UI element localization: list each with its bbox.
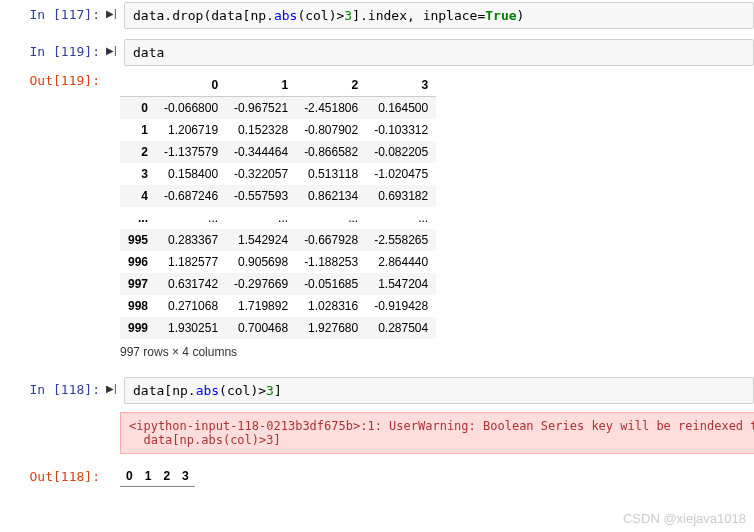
code-cell-118: In [118]: ▶| data[np.abs(col)>3] (0, 377, 754, 404)
table-row: 4-0.687246-0.5575930.8621340.693182 (120, 185, 436, 207)
code-text: data.drop(data[np.abs(col)>3].index, inp… (133, 8, 524, 23)
code-input-117[interactable]: data.drop(data[np.abs(col)>3].index, inp… (124, 2, 754, 29)
table-row: 0-0.066800-0.967521-2.4518060.164500 (120, 97, 436, 120)
cell-value: -0.687246 (156, 185, 226, 207)
cell-value: 1.719892 (226, 295, 296, 317)
cell-value: ... (366, 207, 436, 229)
cell-value: -0.919428 (366, 295, 436, 317)
cell-value: 0.631742 (156, 273, 226, 295)
table-row: 9991.9302510.7004681.9276800.287504 (120, 317, 436, 339)
cell-value: 0.862134 (296, 185, 366, 207)
cell-value: 1.206719 (156, 119, 226, 141)
run-icon[interactable]: ▶| (106, 2, 124, 19)
cell-value: 1.542924 (226, 229, 296, 251)
cell-value: -0.557593 (226, 185, 296, 207)
cell-value: ... (156, 207, 226, 229)
dataframe-output: 0123 0-0.066800-0.967521-2.4518060.16450… (120, 68, 754, 367)
out-prompt-119: Out[119]: (0, 68, 106, 88)
table-row: 9980.2710681.7198921.028316-0.919428 (120, 295, 436, 317)
cell-value: -0.967521 (226, 97, 296, 120)
col-header: 3 (176, 466, 195, 487)
row-index: 996 (120, 251, 156, 273)
table-row: 9961.1825770.905698-1.1882532.864440 (120, 251, 436, 273)
table-row: 9950.2833671.542924-0.667928-2.558265 (120, 229, 436, 251)
cell-value: -0.866582 (296, 141, 366, 163)
row-index: 997 (120, 273, 156, 295)
col-header: 1 (226, 74, 296, 97)
cell-value: 1.930251 (156, 317, 226, 339)
row-index: ... (120, 207, 156, 229)
code-text: data[np.abs(col)>3] (133, 383, 282, 398)
code-input-118[interactable]: data[np.abs(col)>3] (124, 377, 754, 404)
cell-value: ... (296, 207, 366, 229)
code-cell-117: In [117]: ▶| data.drop(data[np.abs(col)>… (0, 2, 754, 29)
table-row: 11.2067190.152328-0.807902-0.103312 (120, 119, 436, 141)
col-header: 0 (156, 74, 226, 97)
cell-value: 0.164500 (366, 97, 436, 120)
cell-value: -1.020475 (366, 163, 436, 185)
cell-value: ... (226, 207, 296, 229)
cell-value: 0.283367 (156, 229, 226, 251)
in-prompt-117: In [117]: (0, 2, 106, 22)
table-row: 30.158400-0.3220570.513118-1.020475 (120, 163, 436, 185)
row-index: 1 (120, 119, 156, 141)
col-header: 3 (366, 74, 436, 97)
cell-value: -1.188253 (296, 251, 366, 273)
dataframe-table: 0123 0-0.066800-0.967521-2.4518060.16450… (120, 74, 436, 339)
code-text: data (133, 45, 164, 60)
row-index: 998 (120, 295, 156, 317)
col-header: 1 (139, 466, 158, 487)
table-row: 9970.631742-0.297669-0.0516851.547204 (120, 273, 436, 295)
cell-value: -0.066800 (156, 97, 226, 120)
empty-dataframe-output: 0123 (120, 464, 754, 487)
row-index: 3 (120, 163, 156, 185)
col-header: 0 (120, 466, 139, 487)
cell-value: -0.667928 (296, 229, 366, 251)
cell-value: 0.905698 (226, 251, 296, 273)
cell-value: 0.693182 (366, 185, 436, 207)
cell-value: 0.700468 (226, 317, 296, 339)
cell-value: -0.051685 (296, 273, 366, 295)
row-index: 4 (120, 185, 156, 207)
cell-value: -0.297669 (226, 273, 296, 295)
cell-value: 0.158400 (156, 163, 226, 185)
run-icon[interactable]: ▶| (106, 39, 124, 56)
code-input-119[interactable]: data (124, 39, 754, 66)
in-prompt-119: In [119]: (0, 39, 106, 59)
row-index: 2 (120, 141, 156, 163)
cell-value: -1.137579 (156, 141, 226, 163)
cell-value: 2.864440 (366, 251, 436, 273)
output-cell-119: Out[119]: 0123 0-0.066800-0.967521-2.451… (0, 68, 754, 367)
in-prompt-118: In [118]: (0, 377, 106, 397)
cell-value: 0.152328 (226, 119, 296, 141)
dataframe-footer: 997 rows × 4 columns (120, 341, 754, 367)
row-index: 999 (120, 317, 156, 339)
cell-value: 0.271068 (156, 295, 226, 317)
cell-value: -0.082205 (366, 141, 436, 163)
warning-cell-118: <ipython-input-118-0213b3df675b>:1: User… (0, 406, 754, 458)
cell-value: 0.287504 (366, 317, 436, 339)
cell-value: 1.927680 (296, 317, 366, 339)
code-cell-119: In [119]: ▶| data (0, 39, 754, 66)
empty-dataframe-table: 0123 (120, 466, 195, 487)
cell-value: -0.344464 (226, 141, 296, 163)
table-row: 2-1.137579-0.344464-0.866582-0.082205 (120, 141, 436, 163)
col-header: 2 (157, 466, 176, 487)
table-row: ............... (120, 207, 436, 229)
run-icon[interactable]: ▶| (106, 377, 124, 394)
row-index: 995 (120, 229, 156, 251)
cell-value: 0.513118 (296, 163, 366, 185)
cell-value: -0.322057 (226, 163, 296, 185)
warning-output: <ipython-input-118-0213b3df675b>:1: User… (120, 412, 754, 454)
cell-value: 1.028316 (296, 295, 366, 317)
cell-value: -0.807902 (296, 119, 366, 141)
out-prompt-118: Out[118]: (0, 464, 106, 484)
cell-value: -0.103312 (366, 119, 436, 141)
cell-value: 1.182577 (156, 251, 226, 273)
cell-value: 1.547204 (366, 273, 436, 295)
output-cell-118: Out[118]: 0123 (0, 464, 754, 487)
cell-value: -2.558265 (366, 229, 436, 251)
cell-value: -2.451806 (296, 97, 366, 120)
row-index: 0 (120, 97, 156, 120)
col-header: 2 (296, 74, 366, 97)
